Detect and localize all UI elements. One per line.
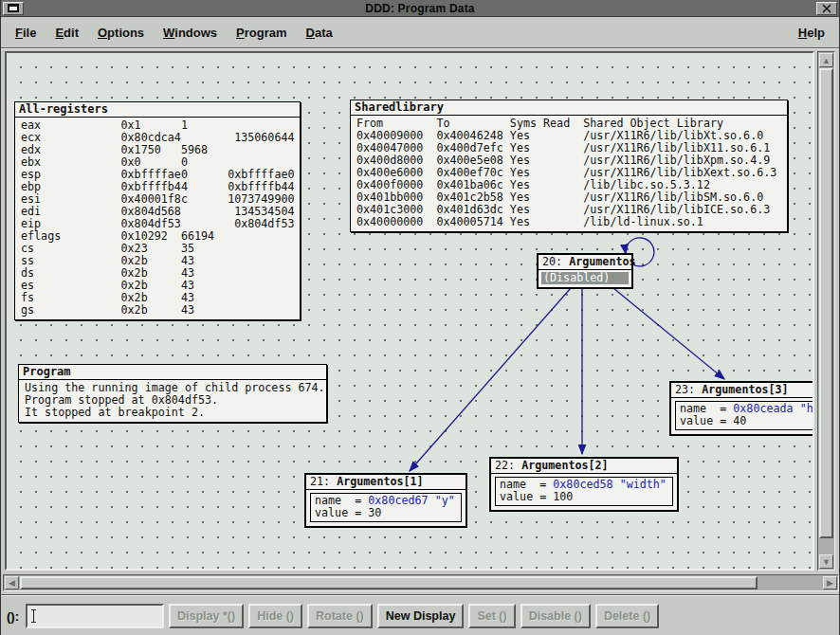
node-title: 22: Argumentos[2] (491, 459, 677, 474)
field-value: value =100 (500, 491, 668, 503)
text-cursor (30, 609, 37, 623)
scroll-up-button[interactable]: ▲ (819, 53, 833, 67)
display-button[interactable]: Display *() (169, 604, 244, 628)
argument-input[interactable] (26, 604, 164, 628)
program-status-line: It stopped at breakpoint 2. (25, 407, 320, 419)
menu-help[interactable]: Help (795, 24, 828, 42)
graph-node-22-argumentos-2[interactable]: 22: Argumentos[2] name =0x80ced58 "width… (489, 457, 679, 512)
display-title: Sharedlibrary (351, 100, 787, 116)
scroll-down-icon: ▼ (822, 557, 831, 567)
node-title: 20: Argumentos (539, 255, 631, 270)
horizontal-scroll-thumb[interactable] (20, 576, 758, 590)
node-title: 23: Argumentos[3] (671, 383, 814, 398)
menu-file[interactable]: File (12, 24, 39, 42)
display-sharedlibrary[interactable]: Sharedlibrary From To Syms Read Shared O… (350, 100, 788, 232)
sharedlibrary-body: From To Syms Read Shared Object Library0… (351, 116, 787, 231)
set-button[interactable]: Set () (468, 604, 515, 628)
graph-node-21-argumentos-1[interactable]: 21: Argumentos[1] name =0x80ced67 "y" va… (304, 473, 467, 528)
field-value: value =40 (680, 415, 814, 427)
library-row: 0x40000000 0x40005714 Yes /lib/ld-linux.… (356, 216, 781, 228)
disable-button[interactable]: Disable () (520, 604, 591, 628)
graph-node-20-argumentos[interactable]: 20: Argumentos (Disabled) (537, 253, 633, 289)
node-value-box[interactable]: name =0x80ceada "h value =40 (675, 401, 814, 430)
edge-20-23 (613, 288, 724, 379)
content-row: All-registers eax 0x1 1ecx 0x80cdca4 135… (1, 49, 839, 572)
registers-body: eax 0x1 1ecx 0x80cdca4 135060644edx 0x17… (15, 118, 300, 319)
edge-20-21 (410, 288, 571, 471)
vertical-scroll-thumb[interactable] (819, 68, 833, 538)
node-status-disabled[interactable]: (Disabled) (541, 272, 629, 284)
node-title: 21: Argumentos[1] (306, 475, 466, 490)
delete-button[interactable]: Delete () (595, 604, 659, 628)
titlebar[interactable]: DDD: Program Data (1, 0, 839, 17)
window-menu-icon (8, 4, 19, 12)
hide-button[interactable]: Hide () (248, 604, 302, 628)
menu-data[interactable]: Data (303, 24, 336, 42)
scroll-left-button[interactable]: ◀ (5, 576, 19, 590)
vertical-scrollbar[interactable]: ▲ ▼ (817, 51, 835, 571)
window-menu-button[interactable] (3, 2, 24, 15)
field-value: value =30 (315, 507, 457, 519)
menu-edit[interactable]: Edit (52, 24, 82, 42)
menu-program[interactable]: Program (233, 24, 289, 42)
node-value-box[interactable]: name =0x80ced58 "width" value =100 (495, 477, 673, 506)
register-row: gs 0x2b 43 (21, 304, 294, 317)
window-title: DDD: Program Data (24, 2, 816, 15)
scroll-left-icon: ◀ (9, 578, 15, 588)
scroll-right-icon: ▶ (827, 578, 833, 588)
close-icon (822, 4, 831, 13)
program-body: Using the running image of child process… (19, 380, 326, 422)
scroll-right-button[interactable]: ▶ (823, 576, 837, 590)
argument-prompt: (): (7, 609, 19, 624)
data-canvas: All-registers eax 0x1 1ecx 0x80cdca4 135… (5, 51, 814, 571)
menu-options[interactable]: Options (95, 24, 147, 42)
scroll-up-icon: ▲ (822, 56, 831, 65)
menubar: File Edit Options Windows Program Data H… (1, 17, 839, 47)
scroll-down-button[interactable]: ▼ (819, 554, 833, 569)
argument-toolbar: (): Display *() Hide () Rotate () New Di… (1, 596, 839, 635)
graph-node-23-argumentos-3[interactable]: 23: Argumentos[3] name =0x80ceada "h val… (669, 381, 814, 436)
display-title: Program (19, 365, 326, 380)
node-value-box[interactable]: name =0x80ced67 "y" value =30 (310, 493, 462, 522)
display-program-status[interactable]: Program Using the running image of child… (18, 364, 327, 423)
new-display-button[interactable]: New Display (377, 604, 465, 628)
close-button[interactable] (816, 2, 837, 15)
display-all-registers[interactable]: All-registers eax 0x1 1ecx 0x80cdca4 135… (14, 101, 301, 320)
horizontal-scrollbar[interactable]: ◀ ▶ (3, 574, 839, 591)
display-title: All-registers (15, 102, 300, 118)
rotate-button[interactable]: Rotate () (307, 604, 373, 628)
ddd-program-data-window: DDD: Program Data File Edit Options Wind… (0, 0, 840, 635)
menu-windows[interactable]: Windows (160, 24, 220, 42)
